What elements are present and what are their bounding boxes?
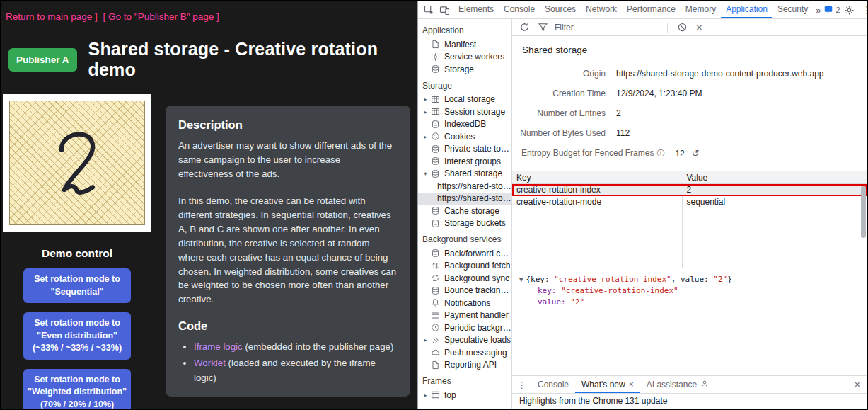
- sidebar-item-background-sync[interactable]: Background sync: [418, 272, 511, 285]
- expander-icon[interactable]: ▸: [422, 336, 429, 343]
- sidebar-item-storage-buckets[interactable]: Storage buckets: [418, 217, 511, 230]
- sidebar-item-https-shared-storage[interactable]: https://shared-storage…: [418, 180, 511, 193]
- code-heading: Code: [178, 319, 398, 333]
- expander-icon[interactable]: ▸: [422, 392, 429, 399]
- gear-icon[interactable]: [842, 2, 857, 18]
- meta-value: 2: [616, 108, 621, 118]
- kebab-menu-icon[interactable]: ⋮: [859, 4, 868, 16]
- expander-icon[interactable]: ▸: [422, 96, 429, 103]
- sidebar-item-label: Shared storage: [444, 169, 502, 178]
- preview-summary-part: {key:: [526, 275, 554, 284]
- drawer-close-icon[interactable]: ×: [848, 379, 867, 390]
- issues-count: 2: [835, 6, 840, 14]
- key-column-header[interactable]: Key: [512, 171, 682, 183]
- sidebar-item-label: Payment handler: [444, 310, 509, 320]
- sidebar-item-shared-storage[interactable]: ▾Shared storage: [418, 168, 511, 181]
- devtools-tabs: ElementsConsoleSourcesNetworkPerformance…: [453, 1, 813, 18]
- expander-icon[interactable]: ▸: [422, 133, 429, 140]
- expander-icon[interactable]: ▾: [422, 170, 429, 177]
- sidebar-item-cache-storage[interactable]: Cache storage: [418, 205, 511, 217]
- devtools-tab-console[interactable]: Console: [499, 1, 540, 18]
- preview-summary-part: "2": [713, 275, 727, 284]
- block-icon[interactable]: [674, 20, 690, 35]
- devtools-tab-application[interactable]: Application: [721, 1, 772, 18]
- code-link-iframe-logic[interactable]: Iframe logic: [194, 341, 243, 352]
- sidebar-item-indexeddb[interactable]: IndexedDB: [418, 118, 511, 131]
- drawer-tab-what-s-new[interactable]: What's new×: [575, 376, 640, 393]
- description-panel: Description An advertiser may want to sh…: [166, 106, 410, 397]
- sidebar-item-periodic-backgroun[interactable]: Periodic backgroun…: [418, 321, 511, 334]
- storage-value-cell: 2: [682, 184, 691, 196]
- sidebar-item-top[interactable]: ▸top: [418, 389, 511, 402]
- rotation-mode-button-1[interactable]: Set rotation mode to "Sequential": [23, 268, 131, 303]
- sidebar-item-notifications[interactable]: Notifications: [418, 297, 511, 309]
- sidebar-item-speculative-loads[interactable]: ▸Speculative loads: [418, 334, 511, 347]
- drawer-tab-ai-assistance[interactable]: AI assistance: [640, 376, 715, 393]
- sidebar-item-https-shared-storage-2[interactable]: https://shared-storage…: [418, 193, 511, 205]
- device-toolbar-icon[interactable]: [436, 2, 452, 18]
- meta-label: Number of Entries: [512, 108, 606, 118]
- table-rows: creative-rotation-index2creative-rotatio…: [512, 184, 867, 208]
- info-icon[interactable]: ⓘ: [656, 149, 664, 157]
- rotation-mode-button-2[interactable]: Set rotation mode to "Even distribution"…: [23, 312, 131, 360]
- publisher-b-link[interactable]: [ Go to "Publisher B" page ]: [103, 11, 219, 22]
- storage-value-cell: sequential: [682, 196, 725, 208]
- devtools-tab-sources[interactable]: Sources: [540, 1, 581, 18]
- sidebar-item-label: Local storage: [444, 94, 495, 104]
- sidebar-item-reporting-api[interactable]: Reporting API: [418, 359, 511, 372]
- filter-input[interactable]: Filter: [535, 20, 661, 35]
- refresh-icon[interactable]: [516, 20, 532, 35]
- drawer-tab-close-icon[interactable]: ×: [629, 380, 634, 389]
- reset-budget-icon[interactable]: ↺: [692, 148, 700, 159]
- cloud-icon: [430, 348, 441, 358]
- sidebar-item-background-fetch[interactable]: Background fetch: [418, 260, 511, 273]
- sidebar-item-service-workers[interactable]: Service workers: [418, 51, 511, 64]
- sidebar-item-session-storage[interactable]: ▸Session storage: [418, 106, 511, 118]
- devtools-tab-network[interactable]: Network: [581, 1, 622, 18]
- sidebar-item-storage[interactable]: Storage: [418, 63, 511, 76]
- drawer-kebab-icon[interactable]: ⋮: [512, 380, 531, 390]
- collapse-triangle-icon[interactable]: ▼: [519, 276, 523, 283]
- page-header: Publisher A Shared storage - Creative ro…: [1, 22, 417, 80]
- inspect-icon[interactable]: [421, 2, 436, 18]
- devtools-tab-memory[interactable]: Memory: [681, 1, 721, 18]
- shared-storage-content: Shared storage Originhttps://shared-stor…: [512, 36, 867, 375]
- whats-new-status: Highlights from the Chrome 131 update: [512, 393, 867, 409]
- sidebar-item-push-messaging[interactable]: Push messaging: [418, 346, 511, 359]
- sidebar-item-payment-handler[interactable]: Payment handler: [418, 309, 511, 322]
- devtools-tabbar: ElementsConsoleSourcesNetworkPerformance…: [418, 1, 867, 19]
- description-paragraph-2: In this demo, the creative can be rotate…: [178, 194, 398, 307]
- storage-table-row-1[interactable]: creative-rotation-index2: [512, 184, 867, 196]
- code-link-worklet[interactable]: Worklet: [194, 358, 226, 368]
- table-scrollbar[interactable]: [861, 186, 866, 266]
- database-icon: [430, 64, 441, 74]
- drawer-tab-console-2[interactable]: Console: [531, 376, 575, 393]
- value-column-header[interactable]: Value: [682, 171, 707, 183]
- expander-icon[interactable]: ▸: [422, 108, 429, 115]
- devtools-tab-security[interactable]: Security: [772, 1, 813, 18]
- database-icon: [430, 144, 441, 154]
- sidebar-item-bounce-tracking-miti[interactable]: Bounce tracking miti…: [418, 285, 511, 297]
- sidebar-item-private-state-tokens[interactable]: Private state tokens: [418, 143, 511, 156]
- issues-badge[interactable]: 2: [823, 5, 840, 15]
- sidebar-item-interest-groups[interactable]: Interest groups: [418, 155, 511, 168]
- delete-selected-icon[interactable]: ×: [693, 21, 706, 33]
- preview-summary-line[interactable]: ▼{key: "creative-rotation-index", value:…: [519, 274, 860, 285]
- meta-value: 12: [675, 149, 684, 159]
- publisher-page: Return to main page ] [ Go to "Publisher…: [1, 1, 417, 409]
- sidebar-item-manifest[interactable]: Manifest: [418, 38, 511, 51]
- sidebar-section-storage-2: Storage: [418, 76, 511, 93]
- sidebar-item-cookies[interactable]: ▸Cookies: [418, 130, 511, 143]
- rotation-mode-button-3[interactable]: Set rotation mode to "Weighted distribut…: [23, 369, 131, 409]
- more-tabs-icon[interactable]: »: [813, 5, 823, 16]
- devtools-tab-elements[interactable]: Elements: [453, 1, 499, 18]
- sidebar-item-label: Back/forward cache: [444, 249, 511, 258]
- sidebar-item-local-storage[interactable]: ▸Local storage: [418, 93, 511, 106]
- scrollbar-thumb[interactable]: [861, 186, 866, 238]
- code-list-item-1: Iframe logic (embedded into the publishe…: [194, 340, 398, 355]
- devtools-tab-performance[interactable]: Performance: [622, 1, 681, 18]
- document-icon: [430, 40, 441, 50]
- sidebar-item-back-forward-cache[interactable]: Back/forward cache: [418, 247, 511, 260]
- return-main-link[interactable]: Return to main page ]: [6, 11, 98, 22]
- storage-table-row-2[interactable]: creative-rotation-modesequential: [512, 196, 867, 208]
